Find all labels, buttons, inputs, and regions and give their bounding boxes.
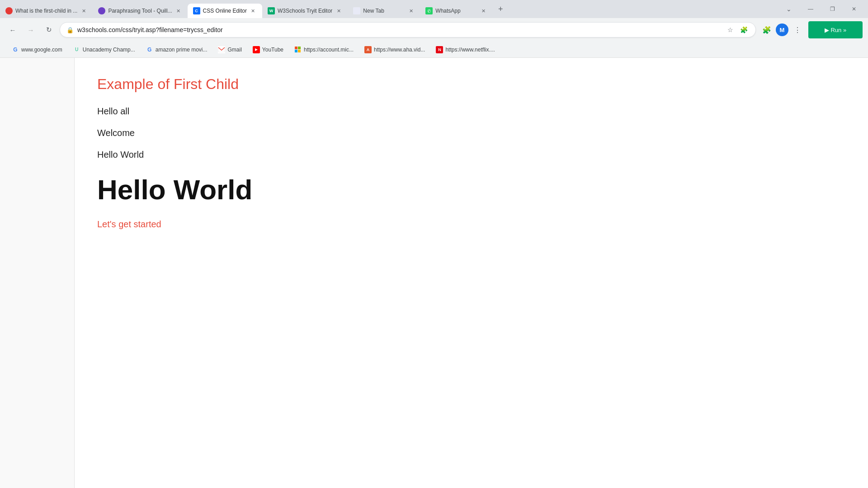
tab-5-favicon: [353, 7, 360, 14]
new-tab-button[interactable]: +: [494, 3, 507, 15]
bookmark-gmail[interactable]: Gmail: [213, 44, 246, 55]
address-right-icons: ☆ 🧩: [725, 24, 749, 35]
forward-button[interactable]: →: [24, 23, 38, 37]
youtube-favicon: ▶: [253, 46, 260, 53]
page-content: Example of First Child Hello all Welcome…: [0, 58, 868, 488]
bookmark-star-icon[interactable]: ☆: [725, 24, 736, 35]
profile-button[interactable]: M: [776, 23, 788, 36]
minimize-button[interactable]: —: [800, 2, 821, 16]
menu-button[interactable]: ⋮: [790, 23, 805, 37]
svg-rect-2: [298, 47, 301, 49]
w3s-run-button[interactable]: ▶ Run »: [808, 21, 863, 38]
aha-favicon: A: [364, 46, 372, 53]
tab-3-close[interactable]: ✕: [250, 7, 257, 14]
tab-3-favicon: C: [193, 7, 200, 14]
back-button[interactable]: ←: [5, 23, 20, 37]
bookmark-netflix-label: https://www.netflix....: [445, 47, 495, 53]
bookmark-aha-label: https://www.aha.vid...: [374, 47, 425, 53]
bookmark-netflix[interactable]: N https://www.netflix....: [431, 44, 499, 55]
bookmark-microsoft-label: https://account.mic...: [304, 47, 354, 53]
toolbar-right: 🧩 M ⋮: [760, 23, 805, 37]
tab-6[interactable]: ✆ WhatsApp ✕: [420, 4, 492, 18]
refresh-button[interactable]: ↻: [42, 23, 56, 37]
bookmarks-bar: G www.google.com U Unacademy Champ... G …: [0, 42, 868, 58]
tab-5-close[interactable]: ✕: [407, 7, 415, 14]
page-sidebar: [0, 58, 75, 488]
tab-bar: What is the first-child in ... ✕ Paraphr…: [0, 0, 868, 18]
bookmark-unacademy-label: Unacademy Champ...: [83, 47, 135, 53]
tab-4-close[interactable]: ✕: [335, 7, 342, 14]
address-text: w3schools.com/css/tryit.asp?filename=try…: [77, 26, 721, 33]
address-box[interactable]: 🔒 w3schools.com/css/tryit.asp?filename=t…: [60, 22, 756, 38]
tab-4-favicon: W: [268, 7, 275, 14]
tab-1-favicon: [5, 7, 13, 14]
tab-1-label: What is the first-child in ...: [15, 8, 77, 14]
tab-2-close[interactable]: ✕: [175, 7, 182, 14]
bookmark-youtube[interactable]: ▶ YouTube: [248, 44, 288, 55]
tab-3-label: CSS Online Editor: [203, 8, 247, 14]
microsoft-favicon: [294, 46, 302, 53]
extensions-icon[interactable]: 🧩: [738, 24, 749, 35]
bookmark-amazon-label: amazon prime movi...: [156, 47, 208, 53]
tab-5[interactable]: New Tab ✕: [348, 4, 420, 18]
extensions-button[interactable]: 🧩: [760, 23, 774, 37]
tab-6-label: WhatsApp: [435, 8, 477, 14]
gmail-favicon: [218, 46, 225, 53]
unacademy-favicon: U: [73, 46, 80, 53]
big-heading-hello-world: Hello World: [97, 174, 845, 206]
bookmark-gmail-label: Gmail: [227, 47, 241, 53]
lock-icon: 🔒: [66, 27, 74, 33]
bookmark-amazon[interactable]: G amazon prime movi...: [142, 44, 212, 55]
svg-rect-4: [298, 50, 301, 52]
example-title: Example of First Child: [97, 76, 845, 93]
tab-3[interactable]: C CSS Online Editor ✕: [188, 4, 262, 18]
google-favicon: G: [12, 46, 19, 53]
tab-1[interactable]: What is the first-child in ... ✕: [0, 4, 93, 18]
paragraph-hello-all: Hello all: [97, 106, 845, 117]
tab-2-label: Paraphrasing Tool - Quill...: [108, 8, 172, 14]
tab-1-close[interactable]: ✕: [80, 7, 87, 14]
bookmark-google-label: www.google.com: [21, 47, 62, 53]
svg-rect-3: [295, 50, 297, 52]
tab-6-favicon: ✆: [425, 7, 433, 14]
address-bar-row: ← → ↻ 🔒 w3schools.com/css/tryit.asp?file…: [0, 18, 868, 42]
bookmark-unacademy[interactable]: U Unacademy Champ...: [69, 44, 140, 55]
tab-4-label: W3Schools Tryit Editor: [278, 8, 332, 14]
svg-rect-1: [295, 47, 297, 49]
tab-2[interactable]: Paraphrasing Tool - Quill... ✕: [93, 4, 187, 18]
tab-5-label: New Tab: [363, 8, 405, 14]
paragraph-lets-get-started: Let's get started: [97, 219, 845, 230]
rendered-content: Example of First Child Hello all Welcome…: [75, 58, 868, 488]
tab-bar-right: ⌄ — ❐ ✕: [783, 2, 868, 16]
paragraph-welcome: Welcome: [97, 128, 845, 138]
paragraph-hello-world-small: Hello World: [97, 150, 845, 160]
tab-search-button[interactable]: ⌄: [783, 3, 795, 15]
tab-6-close[interactable]: ✕: [480, 7, 487, 14]
bookmark-youtube-label: YouTube: [262, 47, 283, 53]
netflix-favicon: N: [436, 46, 443, 53]
amazon-favicon: G: [146, 46, 153, 53]
bookmark-google[interactable]: G www.google.com: [7, 44, 67, 55]
maximize-button[interactable]: ❐: [822, 2, 843, 16]
bookmark-aha[interactable]: A https://www.aha.vid...: [360, 44, 429, 55]
window-controls: — ❐ ✕: [800, 2, 864, 16]
tab-4[interactable]: W W3Schools Tryit Editor ✕: [262, 4, 348, 18]
browser-window: What is the first-child in ... ✕ Paraphr…: [0, 0, 868, 488]
tab-2-favicon: [98, 7, 105, 14]
close-button[interactable]: ✕: [844, 2, 864, 16]
bookmark-microsoft[interactable]: https://account.mic...: [290, 44, 358, 55]
